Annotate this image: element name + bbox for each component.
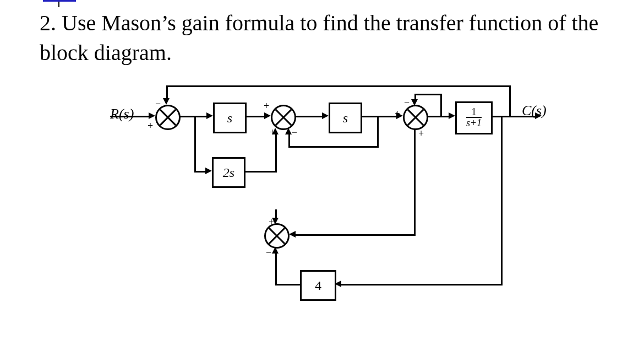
block-g3: 1 s+1 <box>455 101 493 134</box>
summer-1-sign-left: + <box>148 120 153 132</box>
question-text: 2. Use Mason’s gain formula to find the … <box>40 8 644 68</box>
summer-2-sign-tl: + <box>264 100 269 112</box>
block-diagram: R(s) C(s) − + s + + − s − + + 1 s+1 <box>105 83 545 342</box>
summer-3-sign-tl: − <box>404 97 410 109</box>
summer-4 <box>264 223 290 249</box>
block-h1: 2s <box>212 157 245 188</box>
block-g2: s <box>329 103 362 133</box>
block-h2: 4 <box>300 270 336 301</box>
summer-3-sign-b: + <box>418 128 424 139</box>
block-g3-num: 1 <box>466 107 482 117</box>
block-g1: s <box>213 103 247 133</box>
summer-3-sign-l: + <box>395 108 400 120</box>
block-h1-label: 2s <box>223 165 234 180</box>
block-g2-label: s <box>343 111 348 126</box>
summer-4-sign-bl: − <box>266 247 271 258</box>
summer-1-sign-top: − <box>155 98 161 110</box>
summer-2-sign-br: − <box>292 127 297 138</box>
block-g3-den: s+1 <box>466 117 482 129</box>
block-h2-label: 4 <box>315 278 321 293</box>
page-marker <box>43 0 76 2</box>
block-g1-label: s <box>227 111 232 126</box>
input-label: R(s) <box>110 106 134 122</box>
